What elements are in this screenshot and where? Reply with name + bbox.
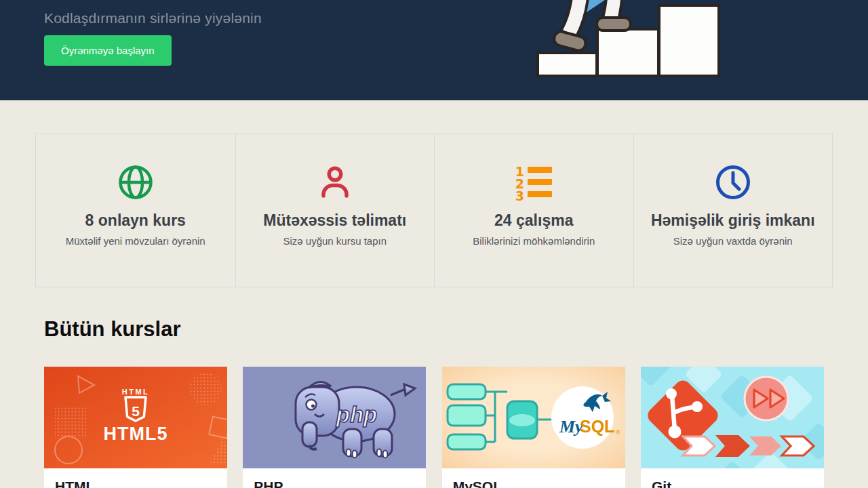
course-card-html[interactable]: HTML 5 HTML5 HTML	[44, 367, 227, 488]
feature-title: Mütəxəssis təlimatı	[236, 211, 435, 230]
svg-text:®: ®	[616, 429, 620, 436]
mysql-course-thumbnail: My SQL ®	[442, 367, 625, 468]
feature-card-expert-guidance: Mütəxəssis təlimatı Sizə uyğun kursu tap…	[235, 134, 435, 287]
feature-subtitle: Biliklərinizi möhkəmləndirin	[435, 235, 633, 247]
start-learning-button[interactable]: Öyrənməyə başlayın	[44, 35, 172, 66]
svg-text:HTML: HTML	[122, 388, 150, 396]
svg-text:php: php	[336, 402, 377, 427]
hero-section: Kodlaşdırmanın sirlərinə yiyələnin Öyrən…	[0, 0, 868, 100]
globe-icon	[36, 163, 235, 202]
svg-text:SQL: SQL	[580, 417, 614, 436]
courses-heading: Bütün kurslar	[44, 317, 824, 342]
php-course-thumbnail: php	[243, 367, 426, 468]
feature-subtitle: Sizə uyğun vaxtda öyrənin	[634, 235, 833, 247]
feature-subtitle: Müxtəlif yeni mövzuları öyrənin	[36, 235, 235, 247]
svg-text:HTML5: HTML5	[104, 424, 168, 444]
course-title: HTML	[55, 479, 216, 488]
feature-card-exercises: 1 2 3 24 çalışma Biliklərinizi möhkəmlən…	[434, 134, 633, 287]
course-title: Git	[652, 479, 813, 488]
feature-title: Həmişəlik giriş imkanı	[634, 211, 833, 230]
page: Kodlaşdırmanın sirlərinə yiyələnin Öyrən…	[0, 0, 868, 488]
fast-forward-badge	[745, 377, 788, 420]
feature-title: 24 çalışma	[435, 211, 633, 230]
feature-card-online-courses: 8 onlayn kurs Müxtəlif yeni mövzuları öy…	[36, 134, 235, 287]
hero-subtitle: Kodlaşdırmanın sirlərinə yiyələnin	[44, 10, 262, 26]
stairs-climb-illustration	[536, 0, 721, 100]
git-course-thumbnail	[641, 367, 824, 468]
course-card-php[interactable]: php PHP	[243, 367, 426, 488]
course-title: MySQL	[453, 479, 614, 488]
svg-text:3: 3	[515, 188, 524, 201]
html-course-thumbnail: HTML 5 HTML5	[44, 367, 227, 468]
feature-title: 8 onlayn kurs	[36, 211, 235, 230]
ordered-list-icon: 1 2 3	[435, 163, 633, 202]
features-section: 8 onlayn kurs Müxtəlif yeni mövzuları öy…	[35, 134, 833, 287]
course-card-git[interactable]: Git	[641, 367, 824, 488]
clock-icon	[634, 163, 833, 202]
feature-card-lifetime-access: Həmişəlik giriş imkanı Sizə uyğun vaxtda…	[633, 134, 833, 287]
courses-section: Bütün kurslar	[44, 317, 824, 488]
svg-text:5: 5	[132, 403, 140, 419]
course-title: PHP	[254, 479, 415, 488]
course-card-mysql[interactable]: My SQL ® MySQL	[442, 367, 625, 488]
feature-subtitle: Sizə uyğun kursu tapın	[236, 235, 435, 247]
user-icon	[236, 163, 435, 202]
